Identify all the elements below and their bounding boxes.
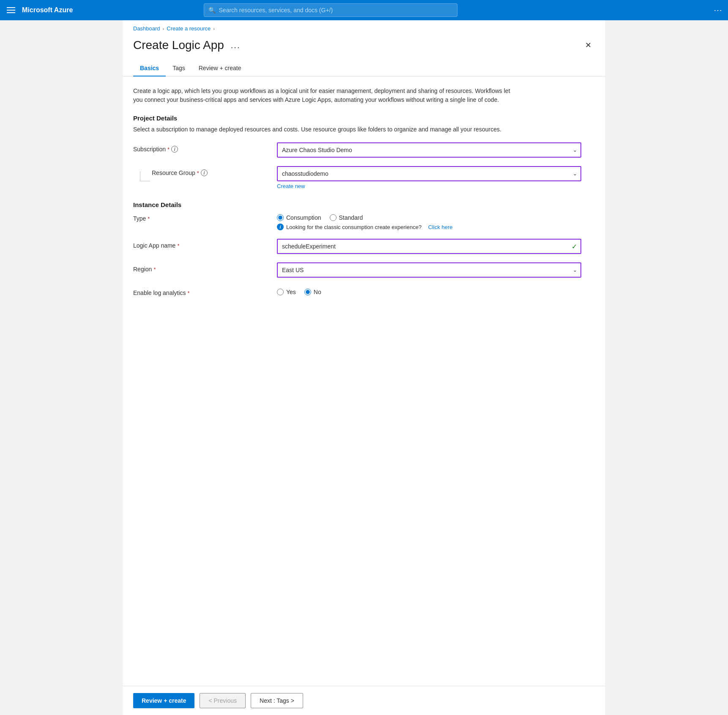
tab-review-create[interactable]: Review + create: [192, 60, 248, 76]
breadcrumb-create-resource[interactable]: Create a resource: [167, 25, 211, 32]
search-bar: 🔍: [204, 3, 457, 17]
instance-details-title: Instance Details: [133, 201, 595, 208]
type-standard-option[interactable]: Standard: [330, 214, 363, 221]
region-required: *: [153, 266, 156, 273]
resource-group-select-wrapper: chaosstudiodemo ⌄: [277, 166, 581, 181]
subscription-select-wrapper: Azure Chaos Studio Demo ⌄: [277, 142, 581, 158]
type-radio-group: Consumption Standard: [277, 212, 581, 221]
log-analytics-control: Yes No: [277, 286, 581, 295]
page-more-button[interactable]: ...: [229, 39, 242, 52]
search-input[interactable]: [219, 7, 453, 14]
log-yes-radio[interactable]: [277, 289, 284, 295]
hamburger-menu[interactable]: [5, 5, 17, 15]
type-consumption-radio[interactable]: [277, 214, 284, 221]
region-select[interactable]: East US: [277, 262, 581, 278]
page-close-button[interactable]: ✕: [582, 39, 595, 52]
type-info-icon: i: [277, 224, 284, 230]
tab-basics[interactable]: Basics: [133, 60, 166, 76]
type-row: Type * Consumption Standard: [133, 212, 581, 230]
project-details-section: Project Details Select a subscription to…: [133, 115, 595, 189]
topnav: Microsoft Azure 🔍 ⋯: [0, 0, 728, 20]
page-description: Create a logic app, which lets you group…: [133, 87, 514, 104]
resource-group-label-area: Resource Group * i: [133, 166, 277, 181]
subscription-select[interactable]: Azure Chaos Studio Demo: [277, 142, 581, 158]
type-consumption-option[interactable]: Consumption: [277, 214, 321, 221]
resource-group-required: *: [197, 170, 199, 176]
project-details-desc: Select a subscription to manage deployed…: [133, 125, 514, 134]
region-control: East US ⌄: [277, 262, 581, 278]
project-details-title: Project Details: [133, 115, 595, 122]
log-no-radio[interactable]: [304, 289, 311, 295]
resource-group-row: Resource Group * i chaosstudiodemo ⌄ Cre…: [133, 166, 581, 189]
type-note-link[interactable]: Click here: [428, 224, 453, 230]
resource-group-select[interactable]: chaosstudiodemo: [277, 166, 581, 181]
logic-app-name-input-wrapper: ✓: [277, 239, 581, 254]
subscription-info-icon[interactable]: i: [171, 146, 178, 153]
log-analytics-radio-group: Yes No: [277, 286, 581, 295]
review-create-button[interactable]: Review + create: [133, 693, 194, 708]
logic-app-name-label: Logic App name *: [133, 239, 277, 249]
breadcrumb-sep-1: ›: [163, 26, 164, 31]
brand-name: Microsoft Azure: [22, 6, 73, 14]
page-title: Create Logic App: [133, 38, 224, 52]
tab-tags[interactable]: Tags: [166, 60, 192, 76]
logic-app-name-row: Logic App name * ✓: [133, 239, 581, 254]
next-button[interactable]: Next : Tags >: [251, 693, 303, 708]
tabs: Basics Tags Review + create: [123, 60, 605, 76]
topnav-more-button[interactable]: ⋯: [714, 5, 723, 15]
resource-group-info-icon[interactable]: i: [201, 169, 208, 176]
resource-group-label: Resource Group * i: [152, 166, 296, 176]
page-header: Create Logic App ... ✕: [123, 35, 605, 60]
type-standard-radio[interactable]: [330, 214, 337, 221]
log-no-label: No: [314, 289, 321, 295]
logic-app-name-valid-icon: ✓: [572, 243, 577, 251]
logic-app-name-input[interactable]: [277, 239, 581, 254]
content-area: Create a logic app, which lets you group…: [123, 76, 605, 296]
region-row: Region * East US ⌄: [133, 262, 581, 278]
type-consumption-label: Consumption: [286, 214, 321, 221]
main-container: Dashboard › Create a resource › Create L…: [123, 20, 605, 715]
create-new-link[interactable]: Create new: [277, 183, 581, 189]
logic-app-name-control: ✓: [277, 239, 581, 254]
log-analytics-label: Enable log analytics *: [133, 286, 277, 296]
instance-details-section: Instance Details Type * Consumption: [133, 201, 595, 296]
type-control: Consumption Standard i Looking for the c…: [277, 212, 581, 230]
breadcrumb: Dashboard › Create a resource ›: [123, 20, 605, 35]
subscription-row: Subscription * i Azure Chaos Studio Demo…: [133, 142, 581, 158]
resource-group-control: chaosstudiodemo ⌄ Create new: [277, 166, 581, 189]
log-no-option[interactable]: No: [304, 289, 321, 295]
type-note-text: Looking for the classic consumption crea…: [286, 224, 421, 230]
breadcrumb-sep-2: ›: [213, 26, 215, 31]
previous-button[interactable]: < Previous: [200, 693, 246, 708]
log-yes-label: Yes: [286, 289, 296, 295]
log-yes-option[interactable]: Yes: [277, 289, 296, 295]
type-required: *: [148, 216, 150, 222]
subscription-label: Subscription * i: [133, 142, 277, 153]
log-analytics-required: *: [188, 290, 190, 296]
subscription-control: Azure Chaos Studio Demo ⌄: [277, 142, 581, 158]
type-info-note: i Looking for the classic consumption cr…: [277, 224, 581, 230]
subscription-required: *: [167, 146, 170, 153]
log-analytics-row: Enable log analytics * Yes No: [133, 286, 581, 296]
footer: Review + create < Previous Next : Tags >: [123, 686, 605, 715]
breadcrumb-dashboard[interactable]: Dashboard: [133, 25, 160, 32]
search-icon: 🔍: [208, 7, 216, 14]
region-label: Region *: [133, 262, 277, 273]
type-label: Type *: [133, 212, 277, 222]
region-select-wrapper: East US ⌄: [277, 262, 581, 278]
logic-app-name-required: *: [177, 243, 179, 249]
type-standard-label: Standard: [339, 214, 363, 221]
